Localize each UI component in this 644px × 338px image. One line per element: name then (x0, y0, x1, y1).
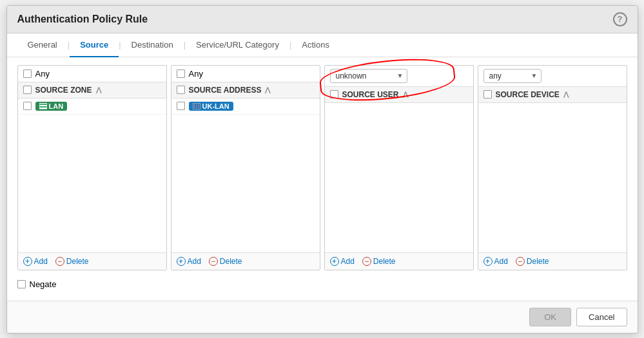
source-zone-lan-badge: LAN (35, 102, 68, 111)
source-device-panel: any ▼ SOURCE DEVICE ⋀ + Add (478, 65, 627, 270)
lan-badge-icon (39, 103, 47, 109)
columns-area: Any SOURCE ZONE ⋀ LAN (17, 65, 627, 270)
source-zone-add-icon: + (23, 257, 32, 266)
source-device-header-checkbox[interactable] (483, 90, 492, 99)
source-zone-footer: + Add − Delete (18, 252, 166, 270)
source-address-delete-label: Delete (220, 257, 242, 266)
negate-row: Negate (17, 276, 627, 293)
source-device-body (478, 103, 627, 252)
source-zone-sort-icon: ⋀ (96, 86, 101, 93)
source-address-uklan-badge: UK-LAN (189, 102, 233, 111)
tab-actions[interactable]: Actions (291, 33, 340, 57)
source-address-any-checkbox[interactable] (177, 70, 185, 78)
dialog-title: Authentication Policy Rule (17, 14, 148, 25)
source-device-footer: + Add − Delete (478, 252, 627, 270)
source-address-add-button[interactable]: + Add (177, 257, 201, 266)
source-address-sort-icon: ⋀ (265, 86, 270, 93)
source-user-footer: + Add − Delete (325, 252, 473, 270)
dialog-content: Any SOURCE ZONE ⋀ LAN (7, 57, 638, 301)
source-user-add-button[interactable]: + Add (330, 257, 355, 266)
source-address-uklan-checkbox[interactable] (177, 102, 185, 110)
source-zone-panel: Any SOURCE ZONE ⋀ LAN (17, 65, 167, 270)
source-device-dropdown[interactable]: any (483, 69, 542, 83)
source-zone-item-lan: LAN (18, 99, 166, 115)
dialog-footer: OK Cancel (7, 301, 638, 333)
source-address-panel: Any SOURCE ADDRESS ⋀ UK-LAN (171, 65, 320, 270)
cancel-button[interactable]: Cancel (576, 308, 627, 326)
source-zone-add-label: Add (34, 257, 48, 266)
source-zone-add-button[interactable]: + Add (23, 257, 48, 266)
tab-service-url[interactable]: Service/URL Category (186, 33, 289, 57)
source-zone-any-checkbox[interactable] (23, 70, 32, 78)
source-user-panel: unknown any pre-logon known-user ▼ SOURC… (324, 65, 474, 270)
source-zone-any-row: Any (18, 66, 166, 82)
source-address-footer: + Add − Delete (171, 252, 320, 270)
source-device-delete-label: Delete (527, 257, 549, 266)
source-device-add-button[interactable]: + Add (483, 257, 508, 266)
source-user-delete-label: Delete (373, 257, 396, 266)
tab-source[interactable]: Source (70, 33, 119, 57)
uklan-badge-icon (193, 103, 200, 109)
source-address-body: UK-LAN (171, 99, 320, 252)
source-address-delete-icon: − (209, 257, 218, 266)
dialog-header: Authentication Policy Rule ? (7, 6, 638, 33)
source-user-header-label: SOURCE USER (342, 90, 399, 99)
source-zone-delete-button[interactable]: − Delete (55, 257, 89, 266)
source-zone-header: SOURCE ZONE ⋀ (18, 82, 166, 99)
source-address-header-label: SOURCE ADDRESS (189, 86, 262, 95)
source-address-delete-button[interactable]: − Delete (209, 257, 242, 266)
source-address-any-label: Any (189, 69, 203, 79)
source-user-add-label: Add (341, 257, 355, 266)
source-zone-body: LAN (18, 99, 166, 252)
help-button[interactable]: ? (613, 12, 627, 26)
source-device-sort-icon: ⋀ (563, 91, 569, 98)
source-device-header-label: SOURCE DEVICE (496, 90, 560, 99)
source-device-any-row: any ▼ (478, 66, 627, 87)
source-address-add-icon: + (177, 257, 186, 266)
source-device-add-icon: + (483, 257, 493, 266)
source-zone-any-label: Any (35, 69, 50, 79)
source-address-add-label: Add (188, 257, 201, 266)
source-zone-delete-icon: − (55, 257, 64, 266)
source-zone-lan-checkbox[interactable] (23, 102, 32, 110)
tab-general[interactable]: General (17, 33, 68, 57)
source-user-add-icon: + (330, 257, 339, 266)
tab-destination[interactable]: Destination (121, 33, 184, 57)
source-zone-header-label: SOURCE ZONE (35, 86, 92, 95)
negate-label: Negate (30, 279, 57, 289)
source-device-delete-button[interactable]: − Delete (516, 257, 549, 266)
negate-checkbox[interactable] (17, 280, 26, 288)
source-user-header: SOURCE USER ⋀ (325, 87, 473, 103)
source-user-delete-icon: − (362, 257, 371, 266)
source-address-header-checkbox[interactable] (177, 86, 185, 94)
ok-button[interactable]: OK (529, 308, 571, 326)
source-zone-header-checkbox[interactable] (23, 86, 32, 94)
source-user-delete-button[interactable]: − Delete (362, 257, 396, 266)
source-user-body (325, 103, 473, 252)
tab-bar: General | Source | Destination | Service… (7, 33, 638, 57)
source-user-header-checkbox[interactable] (330, 90, 338, 99)
source-device-dropdown-wrapper: any ▼ (483, 69, 542, 83)
source-user-dropdown[interactable]: unknown any pre-logon known-user (330, 69, 407, 83)
source-device-delete-icon: − (516, 257, 525, 266)
source-device-header: SOURCE DEVICE ⋀ (478, 87, 627, 103)
source-address-item-uklan: UK-LAN (171, 99, 320, 115)
source-user-dropdown-wrapper: unknown any pre-logon known-user ▼ (330, 69, 407, 83)
source-zone-delete-label: Delete (66, 257, 89, 266)
source-address-header: SOURCE ADDRESS ⋀ (171, 82, 320, 99)
authentication-policy-dialog: Authentication Policy Rule ? General | S… (6, 5, 638, 333)
source-user-dropdown-area: unknown any pre-logon known-user ▼ (325, 66, 473, 87)
source-device-add-label: Add (494, 257, 508, 266)
source-user-sort-icon: ⋀ (403, 91, 408, 98)
source-address-any-row: Any (171, 66, 320, 82)
